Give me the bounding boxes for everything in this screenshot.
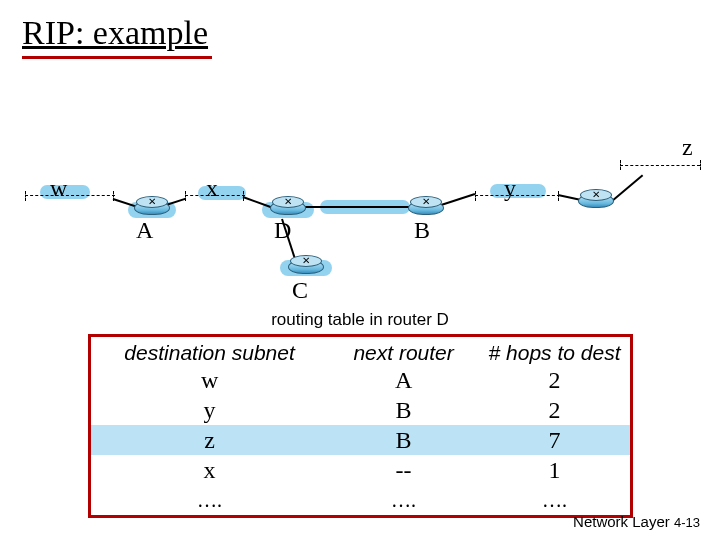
table-row: x -- 1 xyxy=(91,455,630,485)
slide-footer: Network Layer 4-13 xyxy=(573,513,700,530)
col-dest: destination subnet xyxy=(91,341,328,365)
routing-table: destination subnet next router # hops to… xyxy=(88,334,633,518)
table-row-highlighted: z B 7 xyxy=(91,425,630,455)
cell-hops: 2 xyxy=(479,395,630,425)
network-diagram: w x y z A D B C xyxy=(0,140,720,310)
col-next: next router xyxy=(328,341,479,365)
table-row: w A 2 xyxy=(91,365,630,395)
link xyxy=(298,206,418,208)
subnet-z xyxy=(620,165,700,166)
cell-next: B xyxy=(328,395,479,425)
cell-ellipsis: …. xyxy=(91,485,328,515)
cell-dest: x xyxy=(91,455,328,485)
cell-dest: y xyxy=(91,395,328,425)
label-router-C: C xyxy=(292,277,308,304)
cell-hops: 7 xyxy=(479,425,630,455)
cell-next: B xyxy=(328,425,479,455)
cell-next: A xyxy=(328,365,479,395)
col-hops: # hops to dest xyxy=(479,341,630,365)
cell-ellipsis: …. xyxy=(328,485,479,515)
label-subnet-y: y xyxy=(504,175,516,202)
subnet-z-cap xyxy=(700,160,701,170)
cell-next: -- xyxy=(328,455,479,485)
router-icon xyxy=(270,197,306,215)
slide-title: RIP: example xyxy=(22,14,208,54)
cell-dest: w xyxy=(91,365,328,395)
label-router-D: D xyxy=(274,217,291,244)
label-subnet-x: x xyxy=(206,175,218,202)
footer-label: Network Layer xyxy=(573,513,670,530)
label-subnet-w: w xyxy=(50,175,67,202)
cell-dest: z xyxy=(91,425,328,455)
router-icon xyxy=(134,197,170,215)
label-router-A: A xyxy=(136,217,153,244)
router-icon xyxy=(578,190,614,208)
title-underline xyxy=(22,56,212,59)
table-row-ellipsis: …. …. …. xyxy=(91,485,630,515)
cell-hops: 1 xyxy=(479,455,630,485)
router-icon xyxy=(288,256,324,274)
table-caption: routing table in router D xyxy=(0,310,720,330)
table-row: y B 2 xyxy=(91,395,630,425)
label-router-B: B xyxy=(414,217,430,244)
router-icon xyxy=(408,197,444,215)
label-subnet-z: z xyxy=(682,134,693,161)
cell-ellipsis: …. xyxy=(479,485,630,515)
cell-hops: 2 xyxy=(479,365,630,395)
table-header: destination subnet next router # hops to… xyxy=(91,337,630,365)
subnet-w xyxy=(25,195,115,196)
link xyxy=(611,175,643,202)
subnet-z-cap xyxy=(620,160,621,170)
subnet-y xyxy=(475,195,560,196)
slide-title-wrap: RIP: example xyxy=(22,14,208,54)
footer-page: 4-13 xyxy=(674,515,700,530)
